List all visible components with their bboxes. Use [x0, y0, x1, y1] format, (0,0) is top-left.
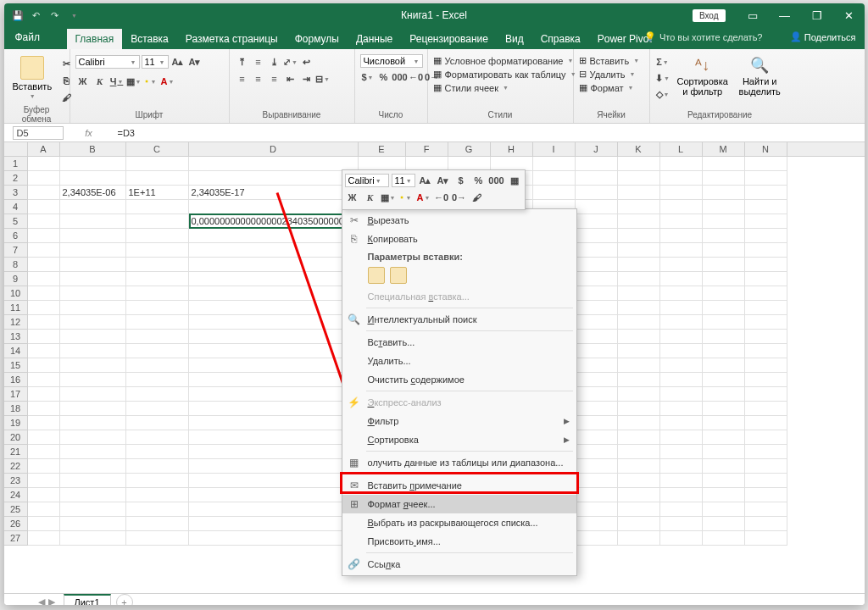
cell[interactable]	[126, 358, 189, 373]
column-header[interactable]: D	[189, 142, 359, 156]
row-header[interactable]: 14	[4, 344, 28, 358]
cell[interactable]	[703, 330, 745, 344]
cell[interactable]	[745, 272, 787, 286]
cell[interactable]	[618, 416, 660, 430]
cell[interactable]	[703, 517, 745, 531]
cell[interactable]	[60, 243, 126, 258]
cell[interactable]	[703, 430, 745, 445]
cell[interactable]	[60, 301, 126, 315]
comma-icon[interactable]: 000	[392, 69, 408, 85]
cell[interactable]	[618, 272, 660, 286]
align-bottom-icon[interactable]: ⤓	[267, 54, 282, 69]
cell[interactable]	[703, 445, 745, 459]
tab-вставка[interactable]: Вставка	[122, 29, 177, 49]
cell[interactable]	[576, 243, 618, 258]
cell[interactable]	[703, 373, 745, 387]
cell[interactable]	[703, 200, 745, 214]
cell[interactable]	[60, 214, 126, 229]
menu-item-ссылка[interactable]: 🔗Ссылка	[342, 555, 576, 574]
row-header[interactable]: 11	[4, 301, 28, 315]
cell[interactable]	[576, 502, 618, 517]
cell[interactable]	[618, 301, 660, 315]
cell[interactable]	[660, 272, 703, 286]
grow-font-icon[interactable]: A▴	[170, 54, 186, 69]
cell[interactable]	[576, 272, 618, 286]
cell-styles-button[interactable]: ▦ Стили ячеек ▼	[433, 81, 509, 94]
column-header[interactable]: M	[703, 142, 745, 156]
cell[interactable]	[28, 258, 60, 272]
cell[interactable]	[126, 344, 189, 358]
cell[interactable]	[745, 301, 787, 315]
cell[interactable]	[703, 387, 745, 402]
cell[interactable]	[576, 301, 618, 315]
align-left-icon[interactable]: ≡	[235, 71, 250, 86]
cell[interactable]	[618, 157, 660, 171]
cell[interactable]	[28, 445, 60, 459]
cell[interactable]	[703, 502, 745, 517]
cell[interactable]	[533, 171, 576, 186]
cell[interactable]	[703, 171, 745, 186]
cell[interactable]	[618, 243, 660, 258]
cell[interactable]	[660, 416, 703, 430]
row-header[interactable]: 2	[4, 171, 28, 186]
cell[interactable]	[576, 402, 618, 416]
cell[interactable]	[126, 373, 189, 387]
menu-item-удалить-[interactable]: Удалить...	[342, 352, 576, 370]
cell[interactable]	[618, 229, 660, 243]
cell[interactable]	[745, 488, 787, 502]
cell[interactable]	[618, 200, 660, 214]
cell[interactable]	[28, 387, 60, 402]
cell[interactable]	[60, 445, 126, 459]
cell[interactable]	[60, 517, 126, 531]
cell[interactable]	[618, 344, 660, 358]
cell[interactable]	[618, 315, 660, 330]
cell[interactable]	[576, 358, 618, 373]
menu-item-выбрать-из-раскрывающего[interactable]: Выбрать из раскрывающегося списка...	[342, 513, 576, 532]
row-header[interactable]: 17	[4, 387, 28, 402]
cell[interactable]	[618, 358, 660, 373]
cell[interactable]	[703, 301, 745, 315]
row-header[interactable]: 25	[4, 502, 28, 517]
tab-рецензирование[interactable]: Рецензирование	[401, 29, 497, 49]
cell[interactable]	[126, 517, 189, 531]
mt-color-icon[interactable]: A▼	[416, 190, 431, 205]
cell[interactable]	[28, 402, 60, 416]
merge-icon[interactable]: ⊟▼	[315, 71, 331, 86]
cell[interactable]	[60, 416, 126, 430]
cell[interactable]	[660, 330, 703, 344]
column-header[interactable]: I	[533, 142, 576, 156]
cell[interactable]	[745, 330, 787, 344]
row-header[interactable]: 23	[4, 474, 28, 488]
cell[interactable]	[703, 214, 745, 229]
cell[interactable]	[60, 272, 126, 286]
format-table-button[interactable]: ▦ Форматировать как таблицу ▼	[433, 68, 576, 80]
mt-size-combo[interactable]: 11▼	[392, 174, 415, 187]
cell[interactable]	[60, 344, 126, 358]
cell[interactable]	[189, 373, 359, 387]
cell[interactable]	[745, 430, 787, 445]
tab-nav-prev-icon[interactable]: ◀	[38, 596, 45, 605]
cell[interactable]	[126, 402, 189, 416]
cell[interactable]	[189, 301, 359, 315]
align-center-icon[interactable]: ≡	[251, 71, 266, 86]
cell[interactable]	[60, 402, 126, 416]
cell[interactable]	[126, 214, 189, 229]
save-icon[interactable]: 💾	[11, 8, 25, 22]
cell[interactable]	[576, 229, 618, 243]
cell[interactable]	[618, 387, 660, 402]
cell[interactable]	[745, 200, 787, 214]
cell[interactable]	[618, 214, 660, 229]
cell[interactable]	[60, 459, 126, 474]
cell[interactable]	[576, 258, 618, 272]
cell[interactable]	[745, 243, 787, 258]
select-all-corner[interactable]	[4, 142, 28, 156]
mt-border-icon[interactable]: ▦	[507, 173, 522, 188]
cell[interactable]	[660, 474, 703, 488]
cell[interactable]	[576, 387, 618, 402]
file-tab[interactable]: Файл	[7, 28, 49, 47]
cell[interactable]	[703, 416, 745, 430]
column-header[interactable]: G	[448, 142, 491, 156]
cell[interactable]	[60, 200, 126, 214]
cell[interactable]	[60, 286, 126, 301]
cell[interactable]	[660, 157, 703, 171]
